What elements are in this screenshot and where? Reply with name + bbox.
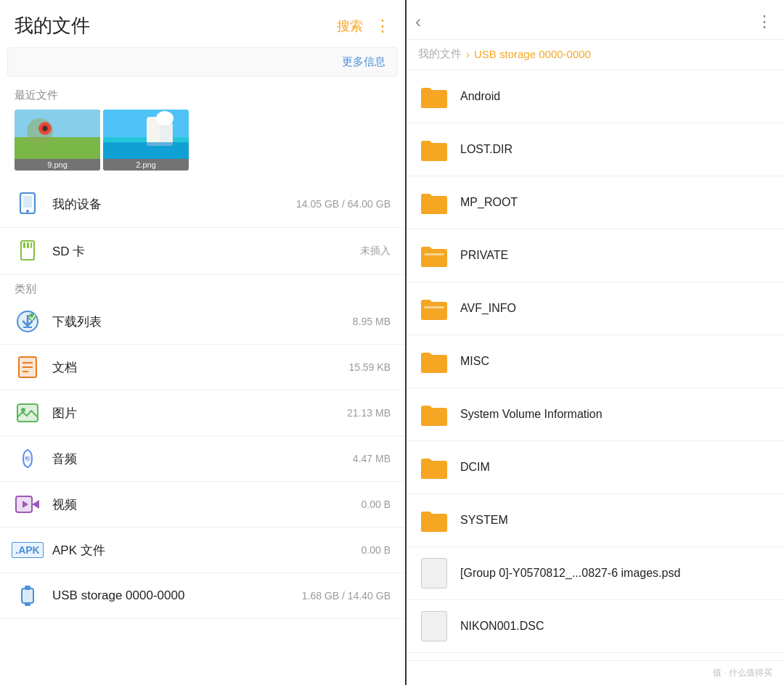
folder-systemvolume-name: System Volume Information xyxy=(460,408,603,421)
folder-icon xyxy=(418,81,450,112)
video-name: 视频 xyxy=(52,496,362,513)
folder-open-icon xyxy=(418,292,450,324)
file-psd[interactable]: [Group 0]-Y0570812_...0827-6 images.psd xyxy=(407,547,784,600)
svg-rect-28 xyxy=(17,404,38,422)
thumb-2-label: 2.png xyxy=(103,159,189,171)
folder-mproot[interactable]: MP_ROOT xyxy=(407,176,784,229)
search-button[interactable]: 搜索 xyxy=(337,17,363,35)
psd-file-name: [Group 0]-Y0570812_...0827-6 images.psd xyxy=(460,567,680,580)
breadcrumb: 我的文件 › USB storage 0000-0000 xyxy=(407,40,784,70)
download-size: 8.95 MB xyxy=(353,316,391,327)
folder-android[interactable]: Android xyxy=(407,70,784,123)
category-download[interactable]: 下载列表 8.95 MB xyxy=(0,299,405,345)
folder-open-icon xyxy=(418,239,450,271)
category-video[interactable]: 视频 0.00 B xyxy=(0,482,405,528)
file-nikon[interactable]: NIKON001.DSC xyxy=(407,600,784,653)
svg-rect-44 xyxy=(424,253,444,255)
svg-point-30 xyxy=(21,408,25,412)
folder-avfinfo-name: AVF_INFO xyxy=(460,302,516,315)
apk-icon: .APK xyxy=(15,537,41,563)
folder-systemvolume[interactable]: System Volume Information xyxy=(407,388,784,441)
audio-name: 音频 xyxy=(52,451,353,467)
video-icon xyxy=(15,491,41,517)
breadcrumb-separator: › xyxy=(466,48,470,60)
folder-misc[interactable]: MISC xyxy=(407,335,784,388)
sd-size: 未插入 xyxy=(360,245,391,258)
svg-rect-48 xyxy=(421,410,447,426)
svg-rect-39 xyxy=(25,603,30,606)
thumb-9-image xyxy=(15,110,100,159)
folder-icon xyxy=(418,186,450,218)
page-title: 我的文件 xyxy=(15,13,90,38)
storage-sd[interactable]: SD 卡 未插入 xyxy=(0,228,405,275)
more-info-link[interactable]: 更多信息 xyxy=(342,55,385,69)
svg-point-10 xyxy=(156,111,173,126)
thumbnail-2png[interactable]: 2.png xyxy=(103,110,189,173)
audio-size: 4.47 MB xyxy=(353,453,391,464)
audio-icon xyxy=(15,446,41,472)
folder-android-name: Android xyxy=(460,90,500,103)
folder-dcim[interactable]: DCIM xyxy=(407,441,784,494)
recent-section-label: 最近文件 xyxy=(0,83,405,107)
recent-files: 9.png 2.png xyxy=(0,107,405,181)
folder-lostdir[interactable]: LOST.DIR xyxy=(407,123,784,176)
svg-marker-34 xyxy=(32,500,39,509)
svg-rect-13 xyxy=(23,196,32,208)
storage-device[interactable]: 我的设备 14.05 GB / 64.00 GB xyxy=(0,181,405,228)
left-header: 我的文件 搜索 ⋮ xyxy=(0,0,405,47)
svg-rect-1 xyxy=(15,137,100,159)
left-panel: 我的文件 搜索 ⋮ 更多信息 最近文件 9.png xyxy=(0,0,407,685)
folder-private[interactable]: PRIVATE xyxy=(407,229,784,282)
folder-misc-name: MISC xyxy=(460,355,489,368)
breadcrumb-current: USB storage 0000-0000 xyxy=(474,48,591,60)
folder-avfinfo[interactable]: AVF_INFO xyxy=(407,282,784,335)
image-icon xyxy=(15,400,41,426)
category-usb[interactable]: USB storage 0000-0000 1.68 GB / 14.40 GB xyxy=(0,573,405,619)
category-apk[interactable]: .APK APK 文件 0.00 B xyxy=(0,528,405,573)
dsc-file-icon xyxy=(418,610,450,642)
more-info-bar: 更多信息 xyxy=(7,47,398,77)
right-more-menu-icon[interactable]: ⋮ xyxy=(756,12,772,31)
device-icon xyxy=(15,191,41,217)
svg-rect-49 xyxy=(421,463,447,479)
svg-rect-42 xyxy=(421,198,447,214)
thumb-9-label: 9.png xyxy=(15,159,100,171)
svg-point-14 xyxy=(26,210,29,213)
folder-icon xyxy=(418,398,450,430)
folder-mproot-name: MP_ROOT xyxy=(460,196,518,209)
right-panel: ‹ ⋮ 我的文件 › USB storage 0000-0000 Android xyxy=(407,0,784,685)
usb-size: 1.68 GB / 14.40 GB xyxy=(302,590,391,602)
svg-rect-41 xyxy=(421,145,447,161)
folder-system[interactable]: SYSTEM xyxy=(407,494,784,547)
folder-icon xyxy=(418,504,450,536)
back-button[interactable]: ‹ xyxy=(415,12,421,32)
device-name: 我的设备 xyxy=(52,196,296,213)
sd-name: SD 卡 xyxy=(52,243,360,260)
more-menu-icon[interactable]: ⋮ xyxy=(375,17,391,36)
category-image[interactable]: 图片 21.13 MB xyxy=(0,390,405,436)
thumbnail-9png[interactable]: 9.png xyxy=(15,110,100,173)
folder-dcim-name: DCIM xyxy=(460,461,490,474)
breadcrumb-root[interactable]: 我的文件 xyxy=(418,47,462,61)
folder-icon xyxy=(418,134,450,165)
download-icon xyxy=(15,308,41,335)
svg-rect-47 xyxy=(421,357,447,373)
svg-rect-16 xyxy=(23,242,25,248)
usb-name: USB storage 0000-0000 xyxy=(52,588,302,603)
category-document[interactable]: 文档 15.59 KB xyxy=(0,345,405,390)
svg-rect-50 xyxy=(421,516,447,532)
svg-point-5 xyxy=(43,126,47,131)
apk-name: APK 文件 xyxy=(52,542,362,559)
svg-rect-36 xyxy=(22,588,33,603)
document-size: 15.59 KB xyxy=(348,361,391,373)
folder-private-name: PRIVATE xyxy=(460,249,508,262)
category-audio[interactable]: 音频 4.47 MB xyxy=(0,436,405,482)
document-icon xyxy=(15,354,41,380)
psd-file-icon xyxy=(418,557,450,589)
apk-size: 0.00 B xyxy=(362,544,391,556)
category-label: 类别 xyxy=(0,275,405,299)
video-size: 0.00 B xyxy=(362,499,391,510)
thumb-2-svg xyxy=(103,110,189,159)
folder-lostdir-name: LOST.DIR xyxy=(460,143,513,156)
image-size: 21.13 MB xyxy=(347,407,391,419)
